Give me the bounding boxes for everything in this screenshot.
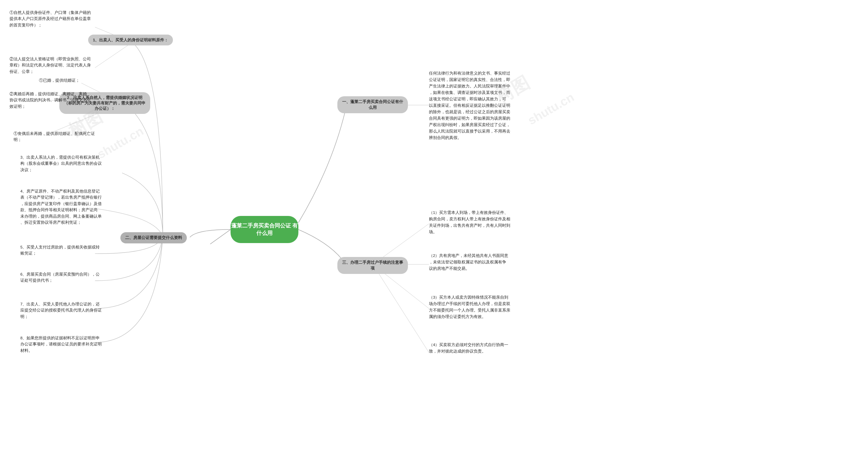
r1-text: 任何法律行为和有法律意义的文书、事实经过公证证明，国家证明它的真实性、合法性，即… bbox=[429, 70, 510, 141]
branch-b7: 7、出卖人、买受人委托他人办理公证的，还应提交经公证的授权委托书及代理人的身份证… bbox=[20, 301, 102, 320]
branch-left-mid: 二、房屋公证需要提交什么资料 bbox=[120, 232, 187, 243]
branch-r1: 一、蓬莱二手房买卖合同公证有什么用 bbox=[337, 96, 408, 113]
b1-child1: ①自然人提供身份证件、户口簿（集体户籍的提供本人户口页原件及经过户籍所在单位盖章… bbox=[9, 9, 91, 28]
b1-child2: ②法人提交法人资格证明（即营业执照、公司章程）和法定代表人身份证明、法定代表人身… bbox=[9, 56, 91, 75]
r2-child3: （3）买方本人或卖方因特殊情况不能亲自到场办理过户手续的可委托他人办理，但是卖双… bbox=[429, 294, 510, 320]
branch-r2: 三、办理二手房过户手续的注意事项 bbox=[337, 257, 408, 274]
svg-line-11 bbox=[373, 264, 429, 353]
r2-child1: （1）买方需本人到场，带上有效身份证件、购房合同，卖方权利人带上有效身份证件及相… bbox=[429, 209, 510, 235]
b2-child1: ①已婚，提供结婚证； bbox=[39, 77, 80, 83]
center-node: 蓬莱二手房买卖合同公证 有什么用 bbox=[231, 216, 298, 243]
branch-b1: 1、出卖人、买受人的身份证明材料原件： bbox=[88, 35, 173, 45]
b2-child2: ②离婚后再婚，提供结婚证、离婚证、离婚协议书或法院的判决书、调解书、法律文书生效… bbox=[9, 91, 91, 109]
svg-line-0 bbox=[210, 230, 231, 244]
branch-b4: 4、房产证原件、不动产权利及其他信息登记表（不动产登记簿），若出售房产抵押在银行… bbox=[20, 188, 102, 225]
r2-child4: （4）买卖双方必须对交付的方式自行协商一致，并对彼此达成的协议负责。 bbox=[429, 342, 508, 355]
branch-b6: 6、房屋买卖合同（房屋买卖预约合同），公证处可提供代书； bbox=[20, 271, 100, 284]
branch-b5: 5、买受人支付过房款的，提供相关收据或转账凭证； bbox=[20, 244, 100, 257]
r2-child2: （2）共有房地产，未经其他共有人书面同意，未依法登记领取权属证书的以及权属有争议… bbox=[429, 253, 508, 272]
watermark-4: shutu.cn bbox=[526, 90, 577, 127]
branch-b3: 3、出卖人系法人的，需提供公司有权决策机构（股东会或董事会）出具的同意出售的会议… bbox=[20, 154, 102, 173]
mindmap-canvas: 蓬莱二手房买卖合同公证 有什么用 二、房屋公证需要提交什么资料 1、出卖人、买受… bbox=[0, 0, 868, 459]
center-label: 蓬莱二手房买卖合同公证 有什么用 bbox=[231, 222, 298, 237]
b2-child3: ①丧偶后未再婚，提供原结婚证、配偶死亡证明； bbox=[14, 131, 95, 143]
watermark-2: shutu.cn bbox=[95, 124, 146, 161]
branch-b8: 8、如果您所提供的证据材料不足以证明所申办公证事项时，请根据公证员的要求补充证明… bbox=[20, 335, 102, 354]
svg-line-3 bbox=[95, 42, 132, 68]
